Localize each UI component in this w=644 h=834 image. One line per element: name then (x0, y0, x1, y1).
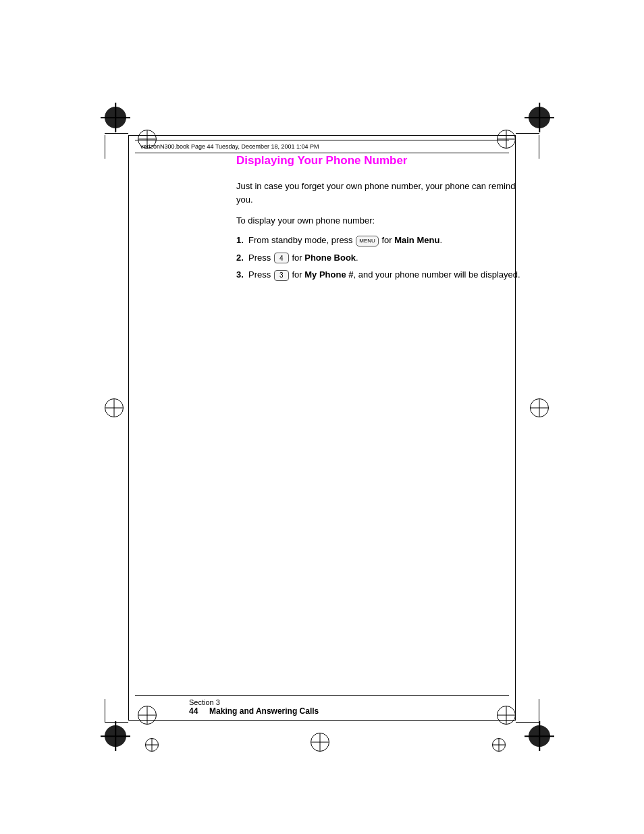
crop-line (105, 699, 105, 723)
crop-line (539, 699, 539, 723)
step-1: 1. From standby mode, press MENU for Mai… (236, 234, 527, 247)
step-1-bold: Main Menu (394, 235, 439, 245)
registration-mark-tr-outer (529, 107, 550, 131)
steps-list: 1. From standby mode, press MENU for Mai… (236, 234, 527, 282)
step-3-bold: My Phone # (304, 269, 353, 280)
footer-text: Section 3 44 Making and Answering Calls (135, 698, 509, 716)
page-border-left (128, 135, 129, 721)
step-2: 2. Press 4 for Phone Book. (236, 251, 527, 265)
crop-line (105, 133, 128, 134)
instruction-text: To display your own phone number: (236, 215, 527, 226)
footer-page-title: Making and Answering Calls (209, 706, 319, 716)
page: verizonN300.book Page 44 Tuesday, Decemb… (0, 0, 644, 834)
footer-page-number: 44 (189, 706, 198, 716)
registration-mark-ml (105, 398, 124, 420)
footer-area: Section 3 44 Making and Answering Calls (135, 695, 509, 716)
crop-line (516, 133, 539, 134)
registration-mark-bl-outer (105, 725, 126, 750)
menu-key-icon: MENU (356, 236, 379, 246)
footer-page-info: 44 Making and Answering Calls (189, 706, 509, 716)
footer-line (135, 695, 509, 696)
crop-line (105, 722, 128, 723)
step-3-number: 3. (236, 268, 248, 282)
key-3-icon: 3 (274, 270, 289, 281)
registration-mark-mr (530, 398, 549, 420)
footer-section-label: Section 3 (189, 698, 509, 706)
crop-line (516, 722, 539, 723)
registration-mark-bc (311, 733, 329, 754)
step-2-content: Press 4 for Phone Book. (248, 251, 527, 265)
step-1-number: 1. (236, 234, 248, 247)
section-title: Displaying Your Phone Number (236, 154, 527, 167)
page-border-top (128, 135, 516, 136)
registration-mark-br-small (492, 738, 506, 754)
file-info-bar: verizonN300.book Page 44 Tuesday, Decemb… (135, 140, 509, 153)
registration-mark-bl-small (145, 738, 159, 754)
step-2-number: 2. (236, 251, 248, 265)
step-1-content: From standby mode, press MENU for Main M… (248, 234, 527, 247)
step-2-bold: Phone Book (304, 253, 356, 263)
key-4-icon: 4 (274, 253, 289, 263)
registration-mark-br-outer (529, 725, 550, 750)
crop-line (105, 135, 105, 159)
intro-paragraph: Just in case you forget your own phone n… (236, 180, 527, 206)
crop-line (539, 135, 539, 159)
content-area: Displaying Your Phone Number Just in cas… (236, 154, 527, 286)
step-3-content: Press 3 for My Phone #, and your phone n… (248, 268, 527, 282)
step-3: 3. Press 3 for My Phone #, and your phon… (236, 268, 527, 282)
page-border-bottom (128, 720, 516, 721)
file-info-text: verizonN300.book Page 44 Tuesday, Decemb… (140, 143, 319, 150)
registration-mark-tl-outer (105, 107, 126, 131)
